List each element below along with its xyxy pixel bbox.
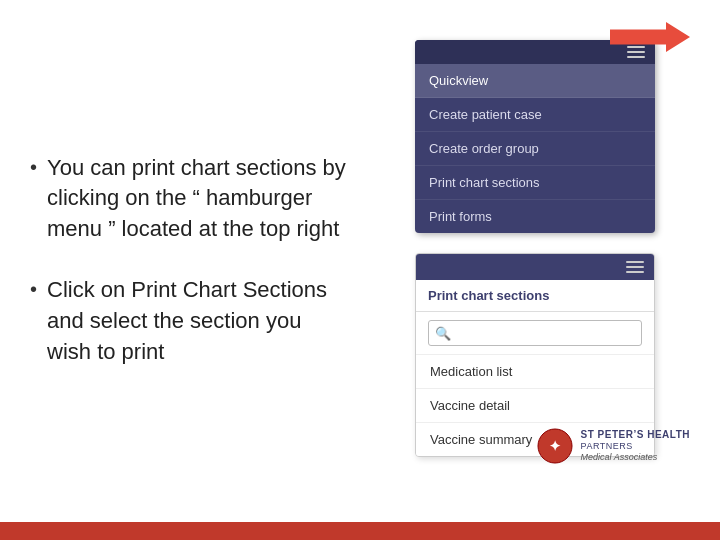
search-box-row: 🔍 [416, 312, 654, 355]
menu-item-create-patient-case[interactable]: Create patient case [415, 98, 655, 132]
menu-item-create-order-group[interactable]: Create order group [415, 132, 655, 166]
bullet-text-1: You can print chart sections by clicking… [47, 153, 350, 245]
bullet-1: • You can print chart sections by clicki… [30, 153, 350, 245]
logo-line-1: St Peter’s Health [581, 429, 690, 441]
result-medication-list[interactable]: Medication list [416, 355, 654, 389]
menu-item-quickview[interactable]: Quickview [415, 64, 655, 98]
right-arrow-icon [610, 22, 690, 52]
menu-item-print-forms[interactable]: Print forms [415, 200, 655, 233]
hamburger-line-3 [627, 56, 645, 58]
bullet-dot-2: • [30, 275, 37, 303]
logo-line-2: Partners [581, 441, 690, 452]
hamburger-menu-icon-2[interactable] [626, 261, 644, 273]
svg-text:✦: ✦ [549, 438, 561, 454]
arrow-indicator [610, 22, 690, 52]
search-icon: 🔍 [435, 326, 451, 341]
menu-item-print-chart-sections[interactable]: Print chart sections [415, 166, 655, 200]
hamburger-line-3b [626, 271, 644, 273]
red-bottom-bar [0, 522, 720, 540]
result-vaccine-detail[interactable]: Vaccine detail [416, 389, 654, 423]
left-panel: • You can print chart sections by clicki… [30, 30, 370, 490]
print-chart-sections-card: Print chart sections 🔍 Medication list V… [415, 253, 655, 457]
logo-text-block: St Peter’s Health Partners Medical Assoc… [581, 429, 690, 463]
search-card-header [416, 254, 654, 280]
right-panel: Quickview Create patient case Create ord… [370, 30, 700, 490]
print-chart-sections-title: Print chart sections [416, 280, 654, 312]
dropdown-menu-card: Quickview Create patient case Create ord… [415, 40, 655, 233]
hamburger-line-2b [626, 266, 644, 268]
hamburger-line-1b [626, 261, 644, 263]
logo-line-3: Medical Associates [581, 452, 690, 463]
logo-area: ✦ St Peter’s Health Partners Medical Ass… [537, 428, 690, 464]
bullet-text-2: Click on Print Chart Sections and select… [47, 275, 350, 367]
bullet-dot-1: • [30, 153, 37, 181]
logo-icon: ✦ [537, 428, 573, 464]
search-input[interactable]: 🔍 [428, 320, 642, 346]
bullet-2: • Click on Print Chart Sections and sele… [30, 275, 350, 367]
